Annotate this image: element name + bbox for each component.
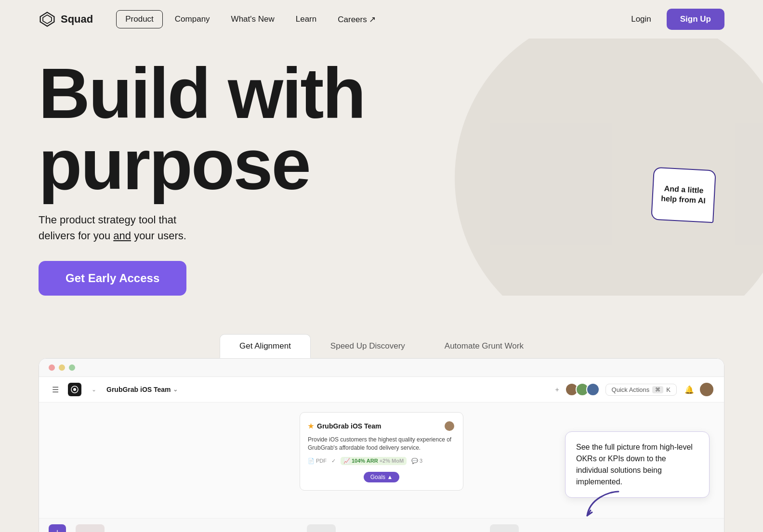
nav-item-whatsnew[interactable]: What's New (222, 10, 284, 28)
pdf-tag: 📄 PDF (308, 458, 327, 464)
nav-item-company[interactable]: Company (166, 10, 219, 28)
goals-bar: Goals ▲ (308, 472, 455, 482)
tabs-section: Get Alignment Speed Up Discovery Automat… (0, 334, 763, 358)
squad-logo-icon (39, 11, 56, 28)
comment-count: 💬 3 (411, 458, 422, 464)
window-titlebar (39, 359, 724, 377)
quick-actions-label: Quick Actions (612, 386, 650, 393)
tab-get-alignment[interactable]: Get Alignment (220, 334, 311, 358)
login-button[interactable]: Login (623, 11, 659, 28)
toolbar-right-section: + Quick Actions ⌘ K 🔔 (555, 382, 714, 397)
subtitle-line1: The product strategy tool that (39, 214, 176, 226)
window-dot-red (49, 364, 55, 371)
toolbar-plus-icon: + (555, 386, 559, 393)
card-owner-avatar (444, 420, 455, 432)
card-title: ★ GrubGrab iOS Team (308, 422, 382, 430)
ai-sticker: And a little help from AI (651, 167, 716, 223)
app-toolbar: ☰ ⌄ GrubGrab iOS Team ⌄ + Quick Actions … (39, 377, 724, 402)
comment-icon: 💬 (411, 458, 418, 464)
card-description: Provide iOS customers the highest qualit… (308, 436, 455, 452)
nav-item-product[interactable]: Product (116, 10, 163, 28)
arr-badge: 📈 104% ARR +2% MoM (341, 457, 407, 465)
hero-content: Build with purpose The product strategy … (39, 58, 724, 296)
window-dot-green (69, 364, 75, 371)
nav-item-careers[interactable]: Careers ↗ (329, 10, 385, 29)
nav-item-learn[interactable]: Learn (287, 10, 326, 28)
toolbar-chevron-icon[interactable]: ⌄ (87, 383, 101, 396)
avatar-3 (586, 383, 600, 396)
nav-links: Product Company What's New Learn Careers… (116, 10, 623, 29)
signup-button[interactable]: Sign Up (667, 9, 724, 30)
keyboard-shortcut-k: K (666, 386, 671, 393)
quick-actions-button[interactable]: Quick Actions ⌘ K (605, 384, 677, 396)
toolbar-app-logo (68, 383, 81, 396)
navbar-actions: Login Sign Up (623, 9, 724, 30)
toolbar-menu-icon[interactable]: ☰ (49, 383, 62, 396)
navbar: Squad Product Company What's New Learn C… (0, 0, 763, 39)
card-meta: 📄 PDF ✓ 📈 104% ARR +2% MoM 💬 3 (308, 457, 455, 465)
subtitle-line2-prefix: delivers for you (39, 230, 113, 242)
toolbar-avatars (565, 383, 600, 396)
arr-trend-icon: 📈 (343, 458, 350, 464)
brand-name: Squad (61, 13, 93, 26)
app-product-card: ★ GrubGrab iOS Team Provide iOS customer… (300, 412, 463, 491)
card-header: ★ GrubGrab iOS Team (308, 420, 455, 432)
tab-automate-grunt-work[interactable]: Automate Grunt Work (425, 334, 543, 358)
hero-subtitle: The product strategy tool that delivers … (39, 212, 231, 244)
toolbar-team-name: GrubGrab iOS Team ⌄ (106, 386, 178, 393)
svg-point-1 (73, 388, 76, 391)
bottom-strip-item-2 (307, 524, 336, 532)
logo[interactable]: Squad (39, 11, 93, 28)
toolbar-bell-icon[interactable]: 🔔 (683, 383, 696, 396)
window-dot-yellow (59, 364, 65, 371)
goals-pill[interactable]: Goals ▲ (364, 472, 400, 482)
speech-bubble-tooltip: See the full picture from high-level OKR… (565, 431, 710, 498)
hero-section: Build with purpose The product strategy … (0, 39, 763, 296)
bottom-strip-icon[interactable]: + (49, 524, 66, 532)
toolbar-user-avatar[interactable] (699, 382, 714, 397)
app-preview-window: ☰ ⌄ GrubGrab iOS Team ⌄ + Quick Actions … (39, 358, 724, 532)
pdf-icon: 📄 (308, 458, 315, 464)
bottom-strip-item-1 (76, 524, 105, 532)
tab-speed-up-discovery[interactable]: Speed Up Discovery (311, 334, 425, 358)
bubble-arrow (585, 489, 623, 521)
cta-button[interactable]: Get Early Access (39, 261, 186, 296)
subtitle-line2-suffix: your users. (131, 230, 186, 242)
app-content-area: ★ GrubGrab iOS Team Provide iOS customer… (39, 402, 724, 518)
bottom-strip-item-3 (490, 524, 519, 532)
checkmark-icon: ✓ (331, 458, 336, 464)
subtitle-underline: and (113, 230, 131, 242)
hero-title: Build with purpose (39, 58, 568, 200)
keyboard-shortcut: ⌘ (652, 386, 663, 393)
card-star-icon: ★ (308, 422, 314, 430)
